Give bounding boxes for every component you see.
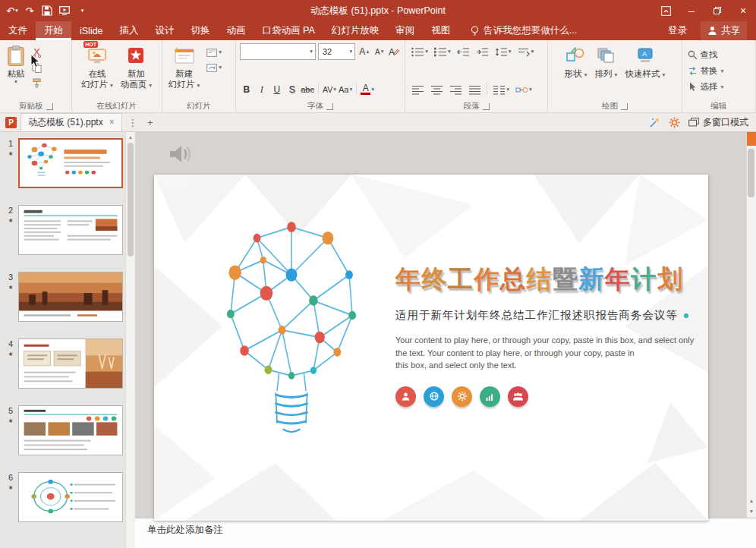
animation-star-icon[interactable]: ★ <box>8 150 13 157</box>
bold-button[interactable]: B <box>240 82 253 97</box>
tab-insert[interactable]: 插入 <box>112 21 147 40</box>
slide-canvas[interactable]: 年终工作总结暨新年计划 适用于新年计划年终总结工作汇报述职报告商务会议等 You… <box>154 175 708 521</box>
audio-speaker-icon[interactable] <box>169 143 194 165</box>
tab-home[interactable]: 开始 <box>36 21 71 40</box>
scroll-accent-button[interactable] <box>747 132 756 146</box>
dialog-launcher-icon[interactable] <box>483 103 490 110</box>
replace-button[interactable]: 替换 ▾ <box>685 65 727 78</box>
panel-scrollbar[interactable]: ▲ <box>125 132 135 548</box>
title-block[interactable]: 年终工作总结暨新年计划 适用于新年计划年终总结工作汇报述职报告商务会议等 You… <box>395 263 701 407</box>
document-tab[interactable]: 动态模板 (51).pptx × <box>20 113 122 132</box>
tab-transitions[interactable]: 切换 <box>183 21 219 40</box>
decrease-indent-button[interactable] <box>455 44 472 59</box>
align-left-button[interactable] <box>409 82 427 97</box>
tab-animations[interactable]: 动画 <box>219 21 254 40</box>
character-spacing-button[interactable]: AV▾ <box>323 82 336 97</box>
font-color-button[interactable]: A ▾ <box>361 82 374 97</box>
numbering-button[interactable]: ▾ <box>432 44 453 59</box>
tab-pocket-animation[interactable]: 口袋动画 PA <box>254 21 323 40</box>
tellme-box[interactable]: 告诉我您想要做什么... <box>471 21 577 40</box>
slide-thumbnail[interactable] <box>18 205 123 255</box>
slide-thumbnail[interactable] <box>18 138 123 188</box>
main-scrollbar-thumb[interactable] <box>748 149 754 197</box>
underline-button[interactable]: U <box>270 82 283 97</box>
dialog-launcher-icon[interactable] <box>621 103 628 110</box>
change-case-button[interactable]: Aa▾ <box>339 82 352 97</box>
previous-slide-button[interactable]: ▲ <box>749 498 754 503</box>
close-button[interactable]: × <box>730 0 756 21</box>
slide-panel-item[interactable]: 6 ★ <box>3 472 123 522</box>
new-slide-button[interactable]: 新建 幻灯片 ▾ <box>165 42 203 100</box>
quick-styles-button[interactable]: A 快速样式 ▾ <box>621 42 669 100</box>
tab-slideshow[interactable]: 幻灯片放映 <box>323 21 388 40</box>
add-animation-page-button[interactable]: 新加 动画页 ▾ <box>117 42 156 100</box>
redo-button[interactable]: ↷ <box>21 2 38 20</box>
restore-button[interactable] <box>704 0 730 21</box>
format-painter-button[interactable] <box>30 77 43 89</box>
tab-view[interactable]: 视图 <box>423 21 458 40</box>
slide-thumbnail[interactable] <box>18 472 123 522</box>
font-size-combo[interactable]: 32 ▾ <box>318 43 355 60</box>
animation-star-icon[interactable]: ★ <box>8 484 13 491</box>
slide-panel-item[interactable]: 2 ★ <box>3 205 123 255</box>
animation-star-icon[interactable]: ★ <box>8 284 13 291</box>
slide-panel-item[interactable]: 3 ★ <box>3 272 123 322</box>
reset-slide-button[interactable]: ▾ <box>205 61 223 74</box>
arrange-button[interactable]: 排列 ▾ <box>591 42 621 100</box>
new-tab-button[interactable]: + <box>143 115 157 130</box>
bullets-button[interactable]: ▾ <box>409 44 430 59</box>
slide-body-text[interactable]: Your content to play here, or through yo… <box>395 334 701 372</box>
minimize-button[interactable]: – <box>679 0 704 21</box>
dialog-launcher-icon[interactable] <box>326 103 333 110</box>
slide-subtitle[interactable]: 适用于新年计划年终总结工作汇报述职报告商务会议等 <box>395 308 701 323</box>
font-name-combo[interactable]: ▾ <box>240 43 316 60</box>
save-button[interactable] <box>39 2 55 20</box>
tab-review[interactable]: 审阅 <box>387 21 423 40</box>
tab-file[interactable]: 文件 <box>0 21 36 40</box>
animation-star-icon[interactable]: ★ <box>8 417 13 424</box>
ribbon-display-options-button[interactable] <box>653 0 679 21</box>
close-tab-icon[interactable]: × <box>109 117 115 128</box>
main-scrollbar[interactable]: ▲ ▼ <box>746 132 756 518</box>
slide-thumbnail[interactable] <box>18 272 123 322</box>
slide-thumbnail[interactable] <box>18 339 123 389</box>
scroll-up-icon[interactable]: ▲ <box>128 134 133 140</box>
increase-indent-button[interactable] <box>474 44 491 59</box>
multiwindow-mode-button[interactable]: 多窗口模式 <box>688 116 748 129</box>
align-right-button[interactable] <box>447 82 465 97</box>
animation-star-icon[interactable]: ★ <box>8 351 13 357</box>
columns-button[interactable]: ▾ <box>490 82 512 97</box>
slide-thumbnail[interactable] <box>18 405 123 455</box>
undo-button[interactable]: ↶▾ <box>4 2 20 20</box>
shapes-button[interactable]: 形状 ▾ <box>560 42 591 100</box>
settings-gear-icon[interactable] <box>669 117 680 128</box>
shrink-font-button[interactable]: A▾ <box>373 44 386 59</box>
signin-button[interactable]: 登录 <box>668 24 687 37</box>
panel-scrollbar-thumb[interactable] <box>128 143 134 257</box>
tab-options-button[interactable]: ⋮ <box>126 115 140 130</box>
tab-design[interactable]: 设计 <box>147 21 183 40</box>
clear-formatting-button[interactable]: A <box>388 44 401 59</box>
slide-title[interactable]: 年终工作总结暨新年计划 <box>395 263 701 297</box>
select-button[interactable]: 选择 ▾ <box>685 80 727 94</box>
align-center-button[interactable] <box>428 82 446 97</box>
paste-button[interactable]: 粘贴 ▾ <box>3 42 29 100</box>
text-direction-button[interactable]: ▾ <box>515 44 537 59</box>
customize-qat-button[interactable]: ▾ <box>74 2 90 20</box>
slide-panel-item[interactable]: 1 ★ <box>3 138 123 188</box>
text-shadow-button[interactable]: S <box>285 82 298 97</box>
justify-button[interactable] <box>466 82 484 97</box>
next-slide-button[interactable]: ▼ <box>749 509 754 514</box>
slide-panel-item[interactable]: 4 ★ <box>3 339 123 389</box>
italic-button[interactable]: I <box>255 82 268 97</box>
convert-smartart-button[interactable]: ▾ <box>513 82 534 97</box>
layout-button[interactable]: ▾ <box>205 46 223 58</box>
strikethrough-button[interactable]: abc <box>301 82 314 97</box>
dialog-launcher-icon[interactable] <box>46 103 53 110</box>
notes-pane[interactable]: 单击此处添加备注 <box>135 518 756 548</box>
line-spacing-button[interactable]: ▾ <box>493 44 514 59</box>
beautify-wand-icon[interactable] <box>649 117 660 128</box>
grow-font-button[interactable]: A▴ <box>358 44 370 59</box>
animation-star-icon[interactable]: ★ <box>8 217 13 224</box>
find-button[interactable]: 查找 <box>685 49 727 62</box>
